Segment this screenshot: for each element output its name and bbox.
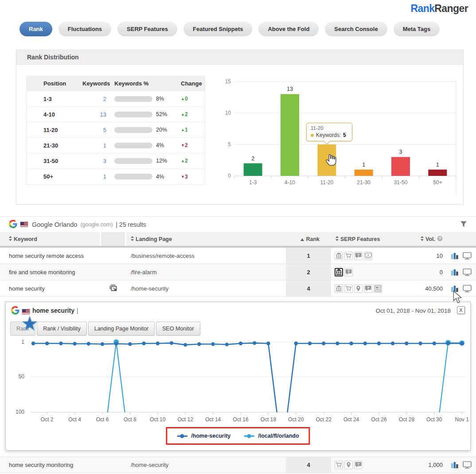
change-indicator: ▼2 bbox=[181, 142, 205, 148]
header-col-vol[interactable]: Vol.? bbox=[414, 232, 445, 246]
questions-icon[interactable]: ? bbox=[344, 268, 353, 276]
news-listing-icon[interactable] bbox=[374, 284, 382, 293]
ranking-chart-icon[interactable] bbox=[451, 461, 459, 469]
header-col-serp-features[interactable]: SERP Features bbox=[331, 232, 414, 246]
svg-text:Nov 1: Nov 1 bbox=[455, 416, 468, 423]
sort-icon[interactable] bbox=[421, 236, 424, 242]
table-row-fire-and-smoke-monitoring[interactable]: fire and smoke monitoring /fire-alarm 2 … bbox=[0, 264, 476, 280]
keywords-count[interactable]: 1 bbox=[82, 142, 112, 149]
keyword-cell: home security bbox=[0, 285, 101, 292]
header-col-landing-page[interactable]: Landing Page bbox=[126, 232, 286, 246]
legend-marker bbox=[244, 434, 254, 438]
local-pack-icon[interactable] bbox=[335, 284, 343, 293]
legend-label: /local/fl/orlando bbox=[258, 433, 299, 439]
locations-icon[interactable] bbox=[344, 461, 353, 469]
nav-tab-fluctuations[interactable]: Fluctuations bbox=[59, 22, 111, 36]
chart-tooltip: 11-20 Keywords: 5 bbox=[306, 123, 352, 141]
serp-monitor-icon[interactable] bbox=[463, 252, 472, 260]
locations-icon[interactable] bbox=[354, 284, 363, 293]
row-actions bbox=[445, 268, 476, 276]
panel-tab-seo-monitor[interactable]: SEO Monitor bbox=[156, 322, 200, 336]
nav-tab-above-the-fold[interactable]: Above the Fold bbox=[258, 22, 319, 36]
panel-tab-rank-visibility[interactable]: Rank / Visibility bbox=[37, 322, 87, 336]
filter-funnel-icon[interactable] bbox=[460, 221, 467, 229]
percent-track bbox=[114, 174, 152, 179]
col-keywords-pct: Keywords % bbox=[112, 80, 181, 87]
questions-icon[interactable]: ? bbox=[354, 252, 363, 260]
rank-cell: 1 bbox=[286, 248, 331, 264]
tooltip-category: 11-20 bbox=[311, 125, 348, 131]
sort-asc-icon[interactable] bbox=[300, 236, 304, 242]
rank-cell: 4 bbox=[286, 457, 331, 473]
help-icon[interactable]: ? bbox=[437, 236, 443, 243]
svg-text:Oct 14: Oct 14 bbox=[205, 416, 221, 423]
engine-domain: (google.com) bbox=[80, 221, 113, 228]
ranking-chart-icon[interactable] bbox=[451, 252, 459, 260]
questions-icon[interactable]: ? bbox=[364, 284, 372, 293]
col-keywords: Keywords bbox=[82, 80, 112, 87]
tooltip-value: 5 bbox=[343, 132, 346, 138]
header-col-keyword[interactable]: Keyword bbox=[0, 232, 101, 246]
percent-label: 4% bbox=[156, 174, 164, 180]
sort-icon[interactable] bbox=[336, 236, 339, 242]
sort-icon[interactable] bbox=[9, 236, 12, 242]
change-indicator: ▲1 bbox=[181, 127, 205, 133]
svg-text:31-50: 31-50 bbox=[394, 179, 408, 186]
nav-tab-serp-features[interactable]: SERP Features bbox=[117, 22, 177, 36]
annotation-star-icon bbox=[22, 316, 37, 332]
percent-track bbox=[114, 127, 152, 133]
keywords-count[interactable]: 2 bbox=[82, 96, 112, 102]
svg-text:3: 3 bbox=[399, 149, 402, 155]
serp-features-cell: ? bbox=[331, 461, 414, 469]
landing-page-cell: /home-security bbox=[126, 462, 286, 468]
close-panel-button[interactable]: X bbox=[457, 306, 465, 314]
us-flag-icon bbox=[20, 222, 28, 227]
serp-monitor-icon[interactable] bbox=[463, 285, 472, 292]
keyword-panel-title: home security| bbox=[32, 307, 78, 314]
nav-tab-rank[interactable]: Rank bbox=[20, 22, 52, 36]
legend-item-local-fl-orlando[interactable]: /local/fl/orlando bbox=[244, 433, 299, 439]
dist-table-header-row: Position Keywords Keywords % Change bbox=[27, 76, 205, 91]
local-pack-icon[interactable] bbox=[335, 252, 343, 260]
keywords-count[interactable]: 13 bbox=[82, 111, 112, 118]
percent-bar: 52% bbox=[112, 111, 181, 117]
col-change: Change bbox=[181, 80, 205, 87]
svg-text:Oct 18: Oct 18 bbox=[261, 416, 277, 423]
shopping-icon[interactable] bbox=[344, 284, 353, 293]
position-label: 50+ bbox=[43, 173, 82, 180]
percent-bar: 20% bbox=[112, 127, 181, 133]
nav-tab-search-console[interactable]: Search Console bbox=[325, 22, 387, 36]
dist-row-1-3: 1-3 2 8% ▲0 bbox=[27, 91, 205, 107]
video-carousel-icon[interactable] bbox=[364, 252, 372, 260]
panel-tab-landing-page-monitor[interactable]: Landing Page Monitor bbox=[88, 322, 155, 336]
page: RankRanger RankFluctuationsSERP Features… bbox=[0, 0, 476, 474]
nav-tab-featured-snippets[interactable]: Featured Snippets bbox=[183, 22, 252, 36]
table-row-home-security[interactable]: home security /home-security 4 ? 40,500 bbox=[0, 280, 476, 297]
svg-text:Oct 26: Oct 26 bbox=[371, 416, 387, 423]
local-pack-icon[interactable] bbox=[335, 268, 343, 276]
nav-tab-meta-tags[interactable]: Meta Tags bbox=[394, 22, 440, 36]
serp-monitor-icon[interactable] bbox=[463, 461, 472, 469]
ranking-chart-icon[interactable] bbox=[451, 268, 459, 276]
volume-cell: 40,500 bbox=[414, 285, 445, 292]
keywords-count[interactable]: 1 bbox=[82, 173, 112, 180]
keywords-count[interactable]: 3 bbox=[82, 158, 112, 164]
svg-text:11-20: 11-20 bbox=[320, 179, 333, 186]
rank-distribution-chart: 15105021-3134-10511-20121-30331-50150+ 1… bbox=[221, 75, 463, 203]
questions-icon[interactable]: ? bbox=[354, 461, 363, 469]
volume-cell: 10 bbox=[414, 253, 445, 259]
svg-text:Oct 28: Oct 28 bbox=[399, 416, 415, 423]
legend-item-home-security[interactable]: /home-security bbox=[177, 433, 230, 439]
svg-text:50+: 50+ bbox=[433, 179, 442, 186]
sort-icon[interactable] bbox=[131, 236, 134, 242]
report-nav-tabs: RankFluctuationsSERP FeaturesFeatured Sn… bbox=[20, 22, 440, 36]
table-row-home-security-remote-access[interactable]: home security remote access /business/re… bbox=[0, 248, 476, 264]
keywords-count[interactable]: 5 bbox=[82, 127, 112, 133]
header-col-rank[interactable]: Rank bbox=[286, 232, 331, 246]
table-row-home-security-monitoring[interactable]: home security monitoring /home-security … bbox=[0, 457, 476, 473]
shopping-icon[interactable] bbox=[335, 461, 343, 469]
detach-window-icon[interactable] bbox=[109, 284, 118, 293]
serp-monitor-icon[interactable] bbox=[463, 268, 472, 276]
shopping-icon[interactable] bbox=[344, 252, 353, 260]
svg-text:21-30: 21-30 bbox=[357, 179, 371, 186]
